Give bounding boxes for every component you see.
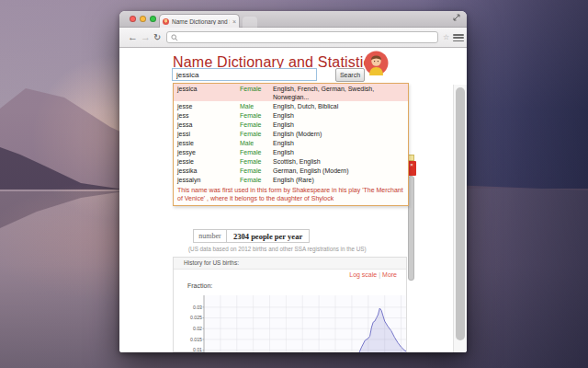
suggestion-languages: Scottish, English	[273, 157, 408, 166]
desktop: Name Dictionary and Stati × ← → ↻ ☆	[0, 0, 588, 368]
suggestion-row[interactable]: jessyeFemaleEnglish	[174, 147, 408, 156]
suggestion-gender: Male	[240, 139, 273, 147]
browser-scrollbar-thumb[interactable]	[456, 87, 465, 340]
suggestion-languages: English	[273, 148, 408, 156]
browser-tab[interactable]: Name Dictionary and Stati ×	[159, 14, 240, 28]
suggestion-name: jessie	[177, 139, 240, 147]
suggestion-gender: Female	[240, 176, 273, 184]
suggestion-gender: Male	[240, 102, 273, 110]
suggestion-gender: Female	[240, 157, 273, 166]
history-panel-title: History for US births:	[174, 258, 406, 270]
svg-text:0.01: 0.01	[193, 347, 202, 352]
suggestion-row[interactable]: jessieFemaleScottish, English	[174, 156, 408, 166]
autocomplete-dropdown: jessicaFemaleEnglish, French, German, Sw…	[173, 83, 409, 206]
suggestion-gender: Female	[240, 167, 273, 175]
suggestion-gender: Female	[240, 148, 273, 156]
suggestion-name: jessie	[177, 157, 240, 166]
suggestion-row[interactable]: jessikaFemaleGerman, English (Modern)	[174, 166, 408, 175]
browser-scrollbar[interactable]	[453, 85, 467, 352]
suggestion-languages: English	[273, 111, 408, 120]
window-minimize-button[interactable]	[140, 16, 146, 22]
data-source-caption: (US data based on 2012 births and other …	[188, 246, 367, 252]
search-icon	[171, 34, 178, 41]
births-history-chart: 00.0050.010.0150.020.0250.03188018901900…	[174, 290, 406, 352]
web-page: Name Dictionary and Statistic Search jes…	[119, 48, 467, 352]
browser-window: Name Dictionary and Stati × ← → ↻ ☆	[119, 11, 467, 352]
name-origin-note: This name was first used in this form by…	[174, 184, 408, 205]
chart-links: Log scale|More	[349, 271, 397, 278]
suggestion-row[interactable]: jesseMaleEnglish, Dutch, Biblical	[174, 101, 408, 110]
suggestion-gender: Female	[240, 111, 273, 120]
number-label-cell: number	[193, 229, 226, 243]
tab-strip: Name Dictionary and Stati ×	[119, 11, 467, 28]
page-inner-scrollbar-thumb[interactable]	[408, 176, 414, 281]
tab-close-icon[interactable]: ×	[232, 18, 236, 25]
history-panel: History for US births: Log scale|More Fr…	[173, 257, 407, 352]
tab-title: Name Dictionary and Stati	[172, 18, 230, 25]
more-link[interactable]: More	[382, 271, 397, 278]
tab-favicon-icon	[163, 18, 169, 25]
svg-text:0.015: 0.015	[190, 337, 202, 342]
suggestion-languages: German, English (Modern)	[273, 167, 408, 175]
window-close-button[interactable]	[130, 16, 136, 22]
reload-button[interactable]: ↻	[153, 31, 161, 43]
fullscreen-icon[interactable]	[452, 13, 461, 22]
suggestion-name: jessye	[177, 148, 240, 156]
birth-number-table: number 2304 people per year	[193, 229, 310, 243]
svg-text:0.025: 0.025	[190, 315, 202, 320]
suggestion-languages: English, Dutch, Biblical	[273, 102, 408, 110]
suggestion-row[interactable]: jessiFemaleEnglish (Modern)	[174, 129, 408, 138]
site-logo-avatar-icon	[364, 51, 389, 75]
suggestion-row[interactable]: jessFemaleEnglish	[174, 110, 408, 120]
address-input[interactable]	[181, 34, 434, 40]
suggestion-list: jessicaFemaleEnglish, French, German, Sw…	[174, 84, 408, 184]
suggestion-languages: English	[273, 121, 408, 129]
suggestion-name: jessalyn	[177, 176, 240, 184]
forward-button: →	[141, 31, 151, 43]
suggestion-name: jess	[177, 111, 240, 120]
window-zoom-button[interactable]	[150, 16, 156, 22]
log-scale-link[interactable]: Log scale	[349, 271, 377, 278]
fraction-axis-label: Fraction:	[187, 282, 212, 289]
suggestion-row[interactable]: jessicaFemaleEnglish, French, German, Sw…	[174, 84, 408, 101]
new-tab-button[interactable]	[243, 17, 257, 28]
suggestion-languages: English	[273, 139, 408, 147]
suggestion-name: jessica	[177, 85, 240, 101]
bookmark-star-icon[interactable]: ☆	[443, 33, 449, 41]
suggestion-name: jessika	[177, 167, 240, 175]
suggestion-gender: Female	[240, 130, 273, 138]
suggestion-languages: English (Modern)	[273, 130, 408, 138]
suggestion-name: jessi	[177, 130, 240, 138]
suggestion-gender: Female	[240, 121, 273, 129]
svg-text:0.02: 0.02	[193, 326, 202, 331]
suggestion-name: jessa	[177, 121, 240, 129]
suggestion-gender: Female	[240, 85, 273, 101]
search-button[interactable]: Search	[335, 68, 365, 82]
suggestion-name: jesse	[177, 102, 240, 110]
suggestion-languages: English (Rare)	[273, 176, 408, 184]
number-value-cell: 2304 people per year	[226, 229, 310, 243]
address-bar[interactable]	[166, 31, 438, 43]
suggestion-row[interactable]: jessalynFemaleEnglish (Rare)	[174, 175, 408, 184]
suggestion-row[interactable]: jessieMaleEnglish	[174, 138, 408, 147]
menu-hamburger-icon[interactable]	[453, 33, 464, 42]
suggestion-languages: English, French, German, Swedish, Norweg…	[273, 85, 408, 101]
back-button[interactable]: ←	[128, 31, 138, 43]
chart-svg: 00.0050.010.0150.020.0250.03188018901900…	[174, 290, 406, 352]
suggestion-row[interactable]: jessaFemaleEnglish	[174, 120, 408, 129]
svg-text:0.03: 0.03	[193, 305, 202, 310]
name-search-input[interactable]	[172, 68, 317, 81]
browser-toolbar: ← → ↻ ☆	[119, 28, 467, 48]
overlay-fragment	[408, 155, 414, 161]
